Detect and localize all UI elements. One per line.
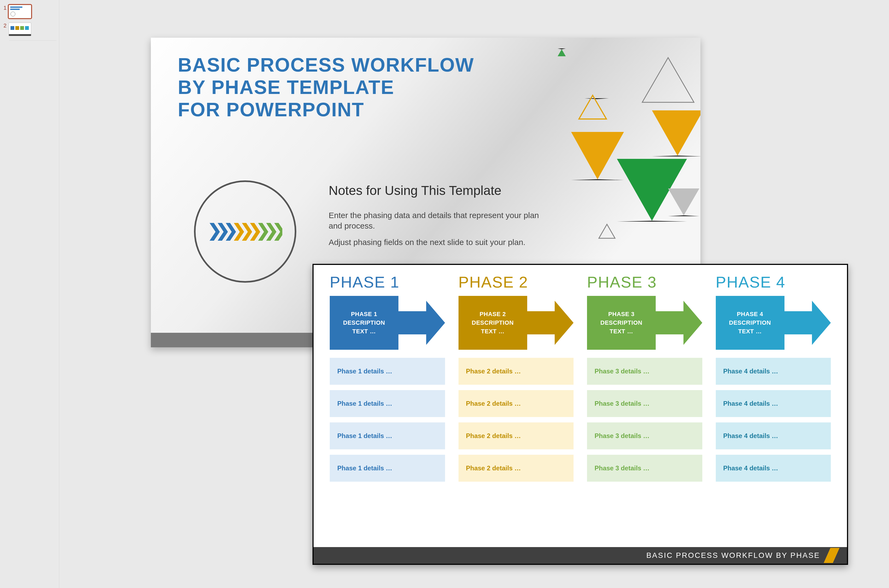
phase-detail-box[interactable]: Phase 3 details …: [587, 358, 702, 385]
slide-thumbnail-pane: 1 2: [0, 0, 59, 588]
phase-detail-box[interactable]: Phase 2 details …: [459, 455, 574, 482]
thumbnail-preview: [9, 5, 31, 18]
footer-text: BASIC PROCESS WORKFLOW BY PHASE: [646, 551, 820, 560]
thumbnail-preview: [9, 22, 31, 36]
slide-subtitle[interactable]: Notes for Using This Template: [329, 183, 501, 198]
phase-detail-box[interactable]: Phase 4 details …: [716, 358, 831, 385]
title-line-1: BASIC PROCESS WORKFLOW: [178, 54, 474, 76]
title-line-3: FOR POWERPOINT: [178, 99, 364, 120]
chevron-logo: [194, 180, 296, 283]
title-line-2: BY PHASE TEMPLATE: [178, 76, 394, 98]
slide-body-1[interactable]: Enter the phasing data and details that …: [329, 210, 544, 231]
phase-heading[interactable]: PHASE 2: [459, 273, 574, 291]
phase-detail-box[interactable]: Phase 2 details …: [459, 358, 574, 385]
phase-detail-box[interactable]: Phase 1 details …: [330, 455, 445, 482]
phase-detail-box[interactable]: Phase 2 details …: [459, 422, 574, 449]
phase-detail-box[interactable]: Phase 1 details …: [330, 422, 445, 449]
svg-marker-2: [599, 224, 615, 238]
chevron-icon: [210, 223, 282, 241]
footer-accent-icon: [824, 548, 840, 563]
triangle-decoration: [652, 110, 700, 156]
triangle-outline-icon: [578, 94, 608, 120]
triangle-decoration: [668, 189, 699, 216]
triangle-outline-icon: [598, 224, 616, 239]
thumbnail-number: 1: [3, 5, 6, 11]
phase-column-1: PHASE 1 PHASE 1 DESCRIPTION TEXT … Phase…: [330, 273, 445, 538]
slide-footer: BASIC PROCESS WORKFLOW BY PHASE: [314, 547, 847, 564]
phase-detail-box[interactable]: Phase 3 details …: [587, 422, 702, 449]
slide-thumbnail-1[interactable]: 1: [3, 5, 56, 18]
phase-columns: PHASE 1 PHASE 1 DESCRIPTION TEXT … Phase…: [330, 273, 831, 538]
phase-detail-box[interactable]: Phase 2 details …: [459, 390, 574, 417]
phase-heading[interactable]: PHASE 1: [330, 273, 445, 291]
slide-title[interactable]: BASIC PROCESS WORKFLOW BY PHASE TEMPLATE…: [178, 54, 474, 121]
phase-arrow[interactable]: PHASE 3 DESCRIPTION TEXT …: [587, 296, 702, 350]
triangle-decoration: [558, 48, 566, 56]
svg-marker-1: [642, 58, 694, 102]
phase-heading[interactable]: PHASE 3: [587, 273, 702, 291]
phase-detail-box[interactable]: Phase 1 details …: [330, 390, 445, 417]
phase-column-2: PHASE 2 PHASE 2 DESCRIPTION TEXT … Phase…: [459, 273, 574, 538]
phase-description-box: PHASE 2 DESCRIPTION TEXT …: [459, 296, 527, 350]
phases-slide: PHASE 1 PHASE 1 DESCRIPTION TEXT … Phase…: [313, 264, 848, 565]
phase-detail-box[interactable]: Phase 3 details …: [587, 390, 702, 417]
phase-detail-box[interactable]: Phase 4 details …: [716, 390, 831, 417]
slide-thumbnail-2[interactable]: 2: [3, 22, 56, 36]
phase-column-4: PHASE 4 PHASE 4 DESCRIPTION TEXT … Phase…: [716, 273, 831, 538]
phase-detail-box[interactable]: Phase 4 details …: [716, 422, 831, 449]
slide-body-2[interactable]: Adjust phasing fields on the next slide …: [329, 237, 525, 248]
phase-detail-box[interactable]: Phase 4 details …: [716, 455, 831, 482]
phase-arrow[interactable]: PHASE 4 DESCRIPTION TEXT …: [716, 296, 831, 350]
phase-description-box: PHASE 1 DESCRIPTION TEXT …: [330, 296, 399, 350]
triangle-decoration: [571, 132, 624, 180]
phase-arrow[interactable]: PHASE 2 DESCRIPTION TEXT …: [459, 296, 574, 350]
thumbnail-number: 2: [3, 22, 6, 29]
phase-description-box: PHASE 3 DESCRIPTION TEXT …: [587, 296, 656, 350]
phase-detail-box[interactable]: Phase 3 details …: [587, 455, 702, 482]
phase-description-box: PHASE 4 DESCRIPTION TEXT …: [716, 296, 784, 350]
phase-detail-box[interactable]: Phase 1 details …: [330, 358, 445, 385]
phase-heading[interactable]: PHASE 4: [716, 273, 831, 291]
triangle-outline-icon: [641, 57, 695, 104]
svg-marker-0: [579, 95, 606, 119]
phase-arrow[interactable]: PHASE 1 DESCRIPTION TEXT …: [330, 296, 445, 350]
phase-column-3: PHASE 3 PHASE 3 DESCRIPTION TEXT … Phase…: [587, 273, 702, 538]
